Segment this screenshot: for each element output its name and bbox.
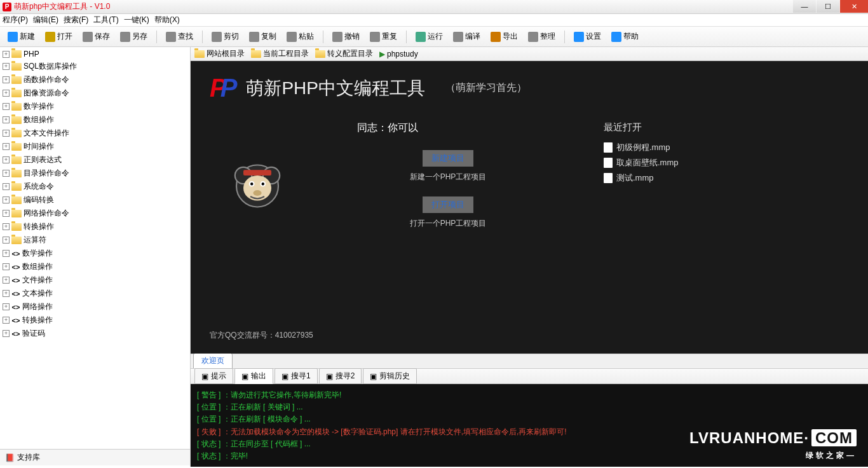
expander-icon[interactable]: + bbox=[3, 317, 10, 324]
compile-button[interactable]: 编译 bbox=[449, 29, 484, 44]
tree-item[interactable]: +系统命令 bbox=[0, 180, 190, 193]
expander-icon[interactable]: + bbox=[3, 290, 10, 297]
tree-item[interactable]: +转换操作 bbox=[0, 220, 190, 233]
tree-item[interactable]: +正则表达式 bbox=[0, 153, 190, 167]
bottom-tab[interactable]: ▣剪辑历史 bbox=[363, 368, 417, 384]
tree-item[interactable]: +编码转换 bbox=[0, 193, 190, 207]
toolbar-separator bbox=[156, 31, 157, 43]
welcome-panel: PP 萌新PHP中文编程工具 （萌新学习首先） 同志：你可以 新建项目 新建一个… bbox=[191, 61, 868, 354]
tree-item[interactable]: +PHP bbox=[0, 48, 190, 60]
menu-item[interactable]: 程序(P) bbox=[3, 15, 28, 25]
bottom-tab[interactable]: ▣提示 bbox=[194, 368, 233, 384]
tree-item[interactable]: +<>网络操作 bbox=[0, 300, 190, 313]
expander-icon[interactable]: + bbox=[3, 196, 10, 203]
path-item[interactable]: 当前工程目录 bbox=[251, 48, 309, 59]
tree-item[interactable]: +<>数学操作 bbox=[0, 247, 190, 260]
minimize-button[interactable]: — bbox=[793, 0, 816, 13]
recent-item[interactable]: 取桌面壁纸.mmp bbox=[604, 155, 679, 170]
open-project-button[interactable]: 打开项目 bbox=[423, 196, 473, 213]
cut-button[interactable]: 剪切 bbox=[208, 29, 243, 44]
folder-icon bbox=[194, 50, 205, 58]
menu-item[interactable]: 一键(K) bbox=[124, 15, 149, 25]
tree-item[interactable]: +<>数组操作 bbox=[0, 260, 190, 273]
tree-item[interactable]: +时间操作 bbox=[0, 140, 190, 153]
saveas-button[interactable]: 另存 bbox=[116, 29, 151, 44]
tree-item[interactable]: +运算符 bbox=[0, 233, 190, 247]
expander-icon[interactable]: + bbox=[3, 156, 10, 163]
redo-button[interactable]: 重复 bbox=[366, 29, 401, 44]
expander-icon[interactable]: + bbox=[3, 130, 10, 137]
expander-icon[interactable]: + bbox=[3, 90, 10, 97]
tree-item[interactable]: +网络操作命令 bbox=[0, 207, 190, 220]
tree-item[interactable]: +数学操作 bbox=[0, 100, 190, 113]
open-button[interactable]: 打开 bbox=[41, 29, 76, 44]
expander-icon[interactable]: + bbox=[3, 116, 10, 123]
qq-info: 官方QQ交流群号：410027935 bbox=[210, 330, 313, 341]
tree-item[interactable]: +<>文件操作 bbox=[0, 273, 190, 287]
tree-item[interactable]: +SQL数据库操作 bbox=[0, 60, 190, 73]
toolbar-label: 帮助 bbox=[623, 31, 639, 42]
copy-button-icon bbox=[249, 32, 259, 42]
tree-item[interactable]: +数组操作 bbox=[0, 113, 190, 127]
settings-button[interactable]: 设置 bbox=[570, 29, 605, 44]
close-button[interactable]: ✕ bbox=[840, 0, 868, 13]
paste-button[interactable]: 粘贴 bbox=[283, 29, 318, 44]
sidebar-support-lib[interactable]: 📕 支持库 bbox=[0, 449, 190, 465]
editor-tab-strip: 欢迎页 bbox=[191, 354, 868, 369]
toolbar-label: 新建 bbox=[20, 31, 35, 42]
expander-icon[interactable]: + bbox=[3, 210, 10, 217]
expander-icon[interactable]: + bbox=[3, 170, 10, 177]
new-project-button[interactable]: 新建项目 bbox=[423, 150, 473, 167]
expander-icon[interactable]: + bbox=[3, 76, 10, 83]
folder-icon bbox=[11, 210, 22, 217]
recent-item[interactable]: 测试.mmp bbox=[604, 170, 679, 186]
help-button[interactable]: 帮助 bbox=[607, 29, 642, 44]
expander-icon[interactable]: + bbox=[3, 263, 10, 270]
copy-button[interactable]: 复制 bbox=[245, 29, 280, 44]
tree-item[interactable]: +图像资源命令 bbox=[0, 86, 190, 100]
export-button[interactable]: 导出 bbox=[487, 29, 522, 44]
expander-icon[interactable]: + bbox=[3, 183, 10, 190]
expander-icon[interactable]: + bbox=[3, 103, 10, 110]
expander-icon[interactable]: + bbox=[3, 237, 10, 244]
expander-icon[interactable]: + bbox=[3, 277, 10, 284]
expander-icon[interactable]: + bbox=[3, 330, 10, 337]
format-button[interactable]: 整理 bbox=[524, 29, 559, 44]
bottom-tab[interactable]: ▣搜寻1 bbox=[275, 368, 318, 384]
settings-button-icon bbox=[574, 32, 584, 42]
expander-icon[interactable]: + bbox=[3, 250, 10, 257]
tree-item[interactable]: +文本文件操作 bbox=[0, 127, 190, 140]
path-item[interactable]: ▶phpstudy bbox=[379, 50, 418, 59]
path-item[interactable]: 网站根目录 bbox=[194, 48, 245, 59]
tree-item[interactable]: +<>转换操作 bbox=[0, 313, 190, 327]
expander-icon[interactable]: + bbox=[3, 63, 10, 70]
find-button[interactable]: 查找 bbox=[162, 29, 197, 44]
expander-icon[interactable]: + bbox=[3, 143, 10, 150]
tree-item[interactable]: +目录操作命令 bbox=[0, 167, 190, 180]
save-button[interactable]: 保存 bbox=[79, 29, 114, 44]
menu-item[interactable]: 搜索(F) bbox=[64, 15, 88, 25]
bottom-tab-label: 输出 bbox=[251, 371, 266, 382]
undo-button[interactable]: 撤销 bbox=[329, 29, 363, 44]
toolbar-separator bbox=[323, 31, 323, 43]
bottom-tab[interactable]: ▣输出 bbox=[234, 368, 273, 384]
bottom-tab[interactable]: ▣搜寻2 bbox=[319, 368, 362, 384]
new-button[interactable]: 新建 bbox=[4, 29, 39, 44]
maximize-button[interactable]: ☐ bbox=[817, 0, 839, 13]
menu-item[interactable]: 编辑(E) bbox=[33, 15, 58, 25]
bottom-tab-label: 搜寻2 bbox=[336, 371, 355, 382]
path-item[interactable]: 转义配置目录 bbox=[315, 48, 373, 59]
tree-item[interactable]: +<>验证码 bbox=[0, 327, 190, 340]
expander-icon[interactable]: + bbox=[3, 51, 10, 58]
expander-icon[interactable]: + bbox=[3, 303, 10, 310]
tree-item[interactable]: +函数操作命令 bbox=[0, 73, 190, 86]
menu-item[interactable]: 帮助(X) bbox=[154, 15, 180, 25]
expander-icon[interactable]: + bbox=[3, 223, 10, 230]
bottom-tab-strip: ▣提示▣输出▣搜寻1▣搜寻2▣剪辑历史 bbox=[191, 369, 868, 384]
tab-welcome[interactable]: 欢迎页 bbox=[193, 353, 233, 368]
recent-item[interactable]: 初级例程.mmp bbox=[604, 140, 679, 155]
menu-item[interactable]: 工具(T) bbox=[93, 15, 118, 25]
run-button[interactable]: 运行 bbox=[412, 29, 447, 44]
tree-item[interactable]: +<>文本操作 bbox=[0, 287, 190, 300]
tab-icon: ▣ bbox=[201, 372, 208, 381]
